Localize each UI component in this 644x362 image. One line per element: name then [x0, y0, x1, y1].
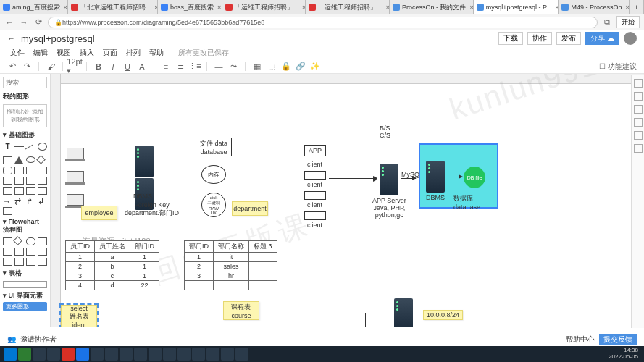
ip-note[interactable]: 10.0.0.8/24 — [423, 310, 463, 320]
fill-icon[interactable]: ▦ — [252, 62, 262, 72]
db-group[interactable]: DBMS DB file 数据库database — [419, 143, 498, 209]
invite-collab[interactable]: 邀请协作者 — [20, 334, 57, 345]
browser-tab[interactable]: aming_百度搜索× — [0, 0, 68, 14]
font-size-icon[interactable]: 12pt ▾ — [70, 62, 80, 72]
laptop-icon[interactable] — [67, 194, 84, 206]
ellipse-shape-icon[interactable] — [26, 156, 35, 163]
shape-icon[interactable] — [26, 258, 35, 266]
shape-icon[interactable] — [14, 187, 24, 195]
panel-icon[interactable] — [634, 92, 643, 101]
shape-icon[interactable] — [13, 236, 22, 245]
shape-icon[interactable] — [14, 258, 24, 266]
system-tray[interactable]: 14:382022-05-05 — [609, 348, 641, 361]
shape-icon[interactable] — [26, 237, 35, 245]
panel-title[interactable]: 我的图形 — [3, 90, 47, 103]
download-button[interactable]: 下载 — [498, 32, 523, 45]
laptop-icon[interactable] — [67, 171, 84, 182]
line-shape-icon[interactable] — [14, 146, 24, 154]
shape-icon[interactable] — [38, 258, 47, 266]
browser-tab[interactable]: mysql+postgresql - P...× — [474, 0, 559, 14]
feature-suggest[interactable]: ☐ 功能建议 — [599, 62, 637, 72]
triangle-shape-icon[interactable] — [14, 156, 23, 164]
department-table[interactable]: 部门ID部门名称标题 3 1it 2sales 3hr — [184, 240, 277, 290]
shape-icon[interactable] — [38, 177, 47, 185]
taskbar-icon[interactable] — [91, 348, 104, 361]
menu-file[interactable]: 文件 — [10, 48, 25, 58]
select-note[interactable]: select 姓名表 ident — [61, 305, 97, 327]
panel-title[interactable]: ▾ 表格 — [3, 267, 47, 279]
submit-feedback-button[interactable]: 提交反馈 — [599, 334, 637, 345]
start-icon[interactable] — [4, 348, 17, 361]
arrange-icon[interactable]: ⬚ — [267, 62, 277, 72]
panel-title[interactable]: ▾ UI 界面元素 — [3, 290, 47, 302]
shape-icon[interactable] — [26, 177, 35, 185]
shape-icon[interactable] — [26, 248, 35, 256]
menu-edit[interactable]: 编辑 — [33, 48, 48, 58]
shape-icon[interactable] — [3, 248, 12, 256]
canvas[interactable]: kunlun991 回收正版课 海量资源：itxtd123 DBMS Forei… — [51, 74, 644, 327]
avatar[interactable] — [624, 32, 637, 45]
taskbar-icon[interactable] — [33, 348, 46, 361]
server-icon[interactable] — [380, 164, 398, 195]
connector-icon[interactable]: ⤳ — [228, 62, 238, 72]
close-icon[interactable]: × — [64, 4, 67, 11]
browser-tab[interactable]: 「运维工程师招聘」...× — [306, 0, 390, 14]
shape-icon[interactable] — [14, 167, 24, 174]
browser-tab[interactable]: ProcessOn - 我的文件× — [390, 0, 474, 14]
taskbar-icon[interactable] — [192, 348, 205, 361]
shape-icon[interactable] — [38, 248, 47, 256]
italic-icon[interactable]: I — [108, 62, 118, 72]
align-icon[interactable]: ≡ — [161, 62, 171, 72]
taskbar-icon[interactable] — [221, 348, 234, 361]
browser-tab[interactable]: boss_百度搜索× — [158, 0, 222, 14]
lock-icon[interactable]: 🔒 — [281, 62, 291, 72]
help-link[interactable]: 帮助中心 — [566, 334, 595, 345]
menu-arrange[interactable]: 排列 — [126, 48, 141, 58]
shape-icon[interactable] — [26, 187, 35, 195]
panel-icon[interactable] — [634, 105, 643, 114]
taskbar-icon[interactable] — [149, 348, 162, 361]
panel-title[interactable]: ▾ 基础图形 — [3, 129, 47, 141]
taskbar-icon[interactable] — [62, 348, 75, 361]
menu-help[interactable]: 帮助 — [149, 48, 164, 58]
browser-tab[interactable]: 「北京运维工程师招聘...× — [68, 0, 158, 14]
reload-icon[interactable]: ⟳ — [33, 17, 43, 28]
redo-icon[interactable]: ↷ — [22, 62, 32, 72]
new-tab-button[interactable]: + — [630, 0, 644, 14]
panel-icon[interactable] — [634, 144, 643, 153]
publish-button[interactable]: 发布 — [556, 32, 581, 45]
taskbar-icon[interactable] — [47, 348, 60, 361]
link-icon[interactable]: 🔗 — [296, 62, 306, 72]
shape-icon[interactable] — [3, 177, 12, 185]
more-shapes-button[interactable]: 更多图形 — [3, 302, 47, 311]
disk-node[interactable]: disk 二进制 RAW UK — [201, 193, 226, 217]
laptop-icon[interactable] — [67, 148, 84, 159]
course-note[interactable]: 课程表 course — [223, 301, 259, 320]
rect-shape-icon[interactable] — [3, 156, 12, 164]
search-input[interactable] — [3, 77, 47, 88]
taskbar-icon[interactable] — [18, 348, 31, 361]
underline-icon[interactable]: U — [122, 62, 133, 72]
magic-icon[interactable]: ✨ — [310, 62, 320, 72]
url-input[interactable]: 🔒 https://www.processon.com/diagraming/5… — [48, 17, 598, 28]
close-icon[interactable]: × — [625, 4, 629, 11]
shape-icon[interactable] — [38, 167, 47, 174]
client-box[interactable] — [304, 191, 326, 200]
panel-icon[interactable] — [634, 131, 643, 140]
shape-icon[interactable] — [3, 237, 12, 245]
shape-icon[interactable] — [3, 187, 12, 195]
add-shape-drop[interactable]: 拖到此处 添加到我的图形 — [3, 104, 47, 127]
back-arrow-icon[interactable]: ← — [7, 34, 15, 43]
align-icon[interactable]: ≣ — [175, 62, 185, 72]
circle-shape-icon[interactable] — [38, 143, 47, 151]
cube-icon[interactable]: ⧉ — [602, 17, 612, 28]
taskbar-icon[interactable] — [76, 348, 89, 361]
app-box[interactable]: APP — [304, 145, 326, 156]
shape-icon[interactable] — [3, 207, 12, 215]
diamond-shape-icon[interactable] — [36, 155, 46, 164]
shape-icon[interactable] — [38, 187, 47, 195]
shape-icon[interactable] — [14, 248, 24, 256]
list-icon[interactable]: ⋮≡ — [190, 62, 200, 72]
panel-icon[interactable] — [634, 79, 643, 88]
shape-icon[interactable] — [38, 237, 47, 245]
